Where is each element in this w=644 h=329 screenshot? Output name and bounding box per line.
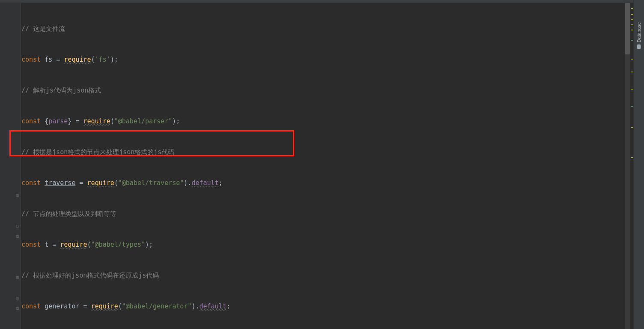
fold-collapse-icon[interactable]: ⊟ (0, 272, 21, 283)
code-line[interactable]: // 解析js代码为json格式 (21, 85, 630, 96)
punct: ); (172, 117, 180, 125)
string: "@babel/traverse" (118, 179, 184, 187)
punct: ( (118, 302, 122, 310)
function-call: require (83, 117, 110, 125)
fold-collapse-icon[interactable]: ⊟ (0, 303, 21, 314)
code-comment: // 根据处理好的json格式代码在还原成js代码 (21, 272, 159, 279)
code-line[interactable]: // 根据处理好的json格式代码在还原成js代码 (21, 270, 630, 281)
keyword: const (21, 302, 45, 310)
punct: ); (110, 56, 118, 63)
string: "@babel/types" (91, 241, 145, 248)
punct: ( (91, 56, 95, 63)
property: default (191, 179, 218, 187)
editor-gutter[interactable]: ⊞ ⊟ ⊟ ⊟ ⊞ ⊟ (0, 3, 21, 329)
property: default (199, 302, 226, 310)
punct: ). (191, 302, 199, 310)
operator: = (56, 56, 64, 63)
code-line[interactable]: // 这是文件流 (21, 24, 630, 34)
function-call: require (60, 241, 87, 248)
fold-collapse-icon[interactable]: ⊟ (0, 231, 21, 242)
keyword: const (21, 56, 45, 63)
function-call: require (87, 179, 114, 187)
code-line[interactable]: // 节点的处理类型以及判断等等 (21, 209, 630, 219)
identifier: parse (48, 117, 68, 125)
database-tool-button[interactable]: Database (634, 22, 644, 65)
editor-top-bar (0, 0, 644, 3)
punct: ( (110, 117, 114, 125)
keyword: const (21, 241, 45, 248)
code-line[interactable]: // 根据是json格式的节点来处理json格式的js代码 (21, 147, 630, 157)
code-line[interactable]: const generator = require("@babel/genera… (21, 301, 630, 311)
punct: ; (219, 179, 223, 187)
punct: } = (68, 117, 83, 125)
scrollbar-thumb[interactable] (625, 3, 630, 54)
ide-window: ⊞ ⊟ ⊟ ⊟ ⊞ ⊟ // 这是文件流 const fs = require(… (0, 0, 644, 329)
identifier[interactable]: traverse (45, 179, 75, 187)
database-tool-label: Database (634, 22, 644, 42)
vertical-scrollbar[interactable] (625, 3, 630, 329)
code-line[interactable]: const {parse} = require("@babel/parser")… (21, 116, 630, 126)
fold-expand-icon[interactable]: ⊞ (0, 293, 21, 303)
code-editor[interactable]: // 这是文件流 const fs = require('fs'); // 解析… (21, 3, 630, 329)
code-line[interactable]: const traverse = require("@babel/travers… (21, 178, 630, 188)
punct: ; (227, 302, 230, 310)
punct: ( (87, 241, 91, 248)
punct: ); (145, 241, 153, 248)
punct: ( (114, 179, 118, 187)
right-tool-strip: Database (633, 0, 644, 329)
function-call: require (64, 56, 91, 63)
string: "@babel/parser" (114, 117, 172, 125)
identifier: fs (45, 56, 56, 63)
keyword: const (21, 117, 45, 125)
operator: = (75, 179, 87, 187)
code-line[interactable]: const t = require("@babel/types"); (21, 239, 630, 250)
identifier: generator (45, 302, 83, 310)
code-comment: // 这是文件流 (21, 25, 65, 33)
punct: { (45, 117, 48, 125)
string: 'fs' (95, 56, 110, 63)
fold-expand-icon[interactable]: ⊞ (0, 190, 21, 200)
database-icon (636, 44, 641, 49)
code-line[interactable]: const fs = require('fs'); (21, 54, 630, 65)
fold-collapse-icon[interactable]: ⊟ (0, 221, 21, 231)
string: "@babel/generator" (122, 302, 192, 310)
identifier: t (45, 241, 52, 248)
keyword: const (21, 179, 45, 187)
punct: ). (184, 179, 191, 187)
code-comment: // 解析js代码为json格式 (21, 87, 101, 94)
operator: = (83, 302, 91, 310)
operator: = (52, 241, 60, 248)
code-comment: // 节点的处理类型以及判断等等 (21, 210, 116, 218)
function-call: require (91, 302, 118, 310)
code-comment: // 根据是json格式的节点来处理json格式的js代码 (21, 148, 174, 156)
